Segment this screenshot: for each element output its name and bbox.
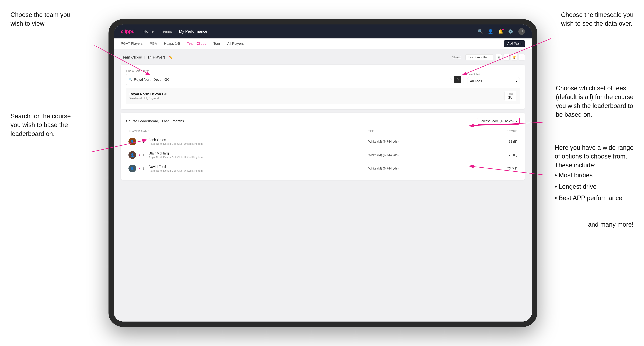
heart-icon[interactable]: ♥ — [138, 167, 140, 170]
subnav-tour[interactable]: Tour — [213, 41, 220, 46]
score-chevron-icon: ▾ — [516, 120, 517, 123]
list-view-button[interactable]: ≡ — [503, 54, 510, 60]
search-card: Find a Golf Course 🔍 ✕ ☆ Select Tee Al — [121, 65, 525, 109]
user-icon[interactable]: 👤 — [488, 29, 493, 34]
bullet-birdies: Most birdies — [555, 170, 634, 181]
player-club: Royal North Devon Golf Club, United King… — [149, 156, 203, 159]
table-row: 👤 ♥ 1 Blair McHarg Royal North Devon Gol… — [126, 148, 520, 162]
table-row: 👤 ♥ 3 David Ford Royal North Devon Golf … — [126, 162, 520, 175]
grid-view-button[interactable]: ⊞ — [496, 54, 502, 60]
player-score: 72 (E) — [472, 135, 520, 148]
team-title: Team Clippd | 14 Players — [121, 55, 167, 59]
player-name: Josh Coles — [149, 138, 203, 142]
show-select[interactable]: Last 3 months — [466, 54, 493, 60]
subnav-all-players[interactable]: All Players — [227, 41, 244, 46]
col-player: PLAYER NAME — [126, 128, 366, 135]
navbar-right: 🔍 👤 🔔 ⚙️ U — [478, 28, 525, 35]
holes-label: Holes — [508, 92, 513, 95]
subnav-hcaps[interactable]: Hcaps 1-5 — [164, 41, 180, 46]
show-label: Show: — [452, 56, 461, 59]
annotation-top-right: Choose the timescale youwish to see the … — [561, 10, 634, 28]
course-name: Royal North Devon GC — [130, 92, 167, 96]
course-info: Royal North Devon GC Westward Ho!, Engla… — [130, 92, 167, 100]
player-rank: 3 — [143, 167, 146, 170]
player-rank: 1 — [143, 140, 146, 144]
player-rank: 1 — [143, 153, 146, 157]
player-club: Royal North Devon Golf Club, United King… — [149, 142, 203, 145]
subnav-pga[interactable]: PGA — [150, 41, 157, 46]
player-name: Blair McHarg — [149, 151, 203, 155]
nav-teams[interactable]: Teams — [161, 28, 172, 34]
col-tee: TEE — [366, 128, 473, 135]
heart-icon[interactable]: ♥ — [138, 140, 140, 143]
team-header: Team Clippd | 14 Players ✏️ Show: Last 3… — [121, 54, 525, 60]
user-avatar[interactable]: U — [518, 28, 525, 35]
tee-field: Select Tee All Tees White (M) Yellow (M)… — [467, 73, 520, 85]
heart-icon[interactable]: ♥ — [138, 154, 140, 157]
course-field-label: Find a Golf Course — [126, 70, 464, 73]
tee-field-label: Select Tee — [467, 73, 520, 76]
leaderboard-title: Course Leaderboard, Last 3 months — [126, 119, 184, 123]
add-team-button[interactable]: Add Team — [504, 40, 525, 47]
edit-icon[interactable]: ✏️ — [169, 56, 173, 59]
leaderboard-header: Course Leaderboard, Last 3 months Lowest… — [126, 118, 520, 125]
player-tee: White (M) (6,744 yds) — [366, 135, 473, 148]
search-clear-icon[interactable]: ✕ — [450, 78, 452, 81]
search-input[interactable] — [134, 78, 448, 82]
player-avatar: 👤 — [128, 165, 136, 172]
search-star-button[interactable]: ☆ — [454, 76, 461, 83]
options-list: Most birdies Longest drive Best APP perf… — [555, 170, 634, 204]
tee-select-wrap: All Tees White (M) Yellow (M) Red (W) ▾ — [467, 77, 520, 85]
annotation-top-left: Choose the team youwish to view. — [10, 10, 70, 28]
leaderboard-table: PLAYER NAME TEE SCORE 👤 ♥ 1 Josh Coles R… — [126, 128, 520, 175]
player-tee: White (M) (6,744 yds) — [366, 162, 473, 175]
score-type-select-wrap: Lowest Score (18 holes) Most Birdies Lon… — [477, 118, 520, 125]
player-name: David Ford — [149, 165, 203, 169]
subnav-team-clippd[interactable]: Team Clippd — [187, 41, 206, 46]
tee-chevron-icon: ▾ — [516, 79, 517, 83]
subnav: PGAT Players PGA Hcaps 1-5 Team Clippd T… — [114, 38, 532, 49]
navbar: clippd Home Teams My Performance 🔍 👤 🔔 ⚙… — [114, 24, 532, 38]
search-row: Find a Golf Course 🔍 ✕ ☆ Select Tee Al — [126, 70, 520, 85]
notification-wrap: 🔔 — [498, 29, 503, 34]
course-search-field: Find a Golf Course 🔍 ✕ ☆ — [126, 70, 464, 85]
holes-badge: Holes 18 — [504, 91, 516, 101]
score-type-select[interactable]: Lowest Score (18 holes) Most Birdies Lon… — [480, 119, 514, 123]
annotation-bottom-right: Here you have a wide rangeof options to … — [555, 143, 634, 204]
player-club: Royal North Devon Golf Club, United King… — [149, 169, 203, 172]
search-icon[interactable]: 🔍 — [478, 29, 483, 34]
subnav-right: Add Team — [504, 40, 525, 47]
annotation-more: and many more! — [588, 220, 634, 229]
course-location: Westward Ho!, England — [130, 97, 167, 100]
nav-home[interactable]: Home — [143, 28, 154, 34]
search-input-wrap: 🔍 ✕ ☆ — [126, 74, 464, 85]
player-tee: White (M) (6,744 yds) — [366, 148, 473, 162]
main-content: Team Clippd | 14 Players ✏️ Show: Last 3… — [114, 49, 532, 322]
team-title-group: Team Clippd | 14 Players ✏️ — [121, 55, 173, 60]
annotation-middle-right: Choose which set of tees(default is all)… — [556, 84, 634, 119]
course-result: Royal North Devon GC Westward Ho!, Engla… — [126, 88, 520, 104]
settings-icon[interactable]: ⚙️ — [508, 29, 514, 34]
col-score: SCORE — [472, 128, 520, 135]
show-controls: Show: Last 3 months ⊞ ≡ 🏆 ⬇ — [452, 54, 525, 60]
brand-logo: clippd — [121, 29, 134, 34]
download-icon[interactable]: ⬇ — [519, 54, 525, 60]
player-score: 72 (E) — [472, 148, 520, 162]
view-icons: ⊞ ≡ 🏆 ⬇ — [496, 54, 525, 60]
tee-select[interactable]: All Tees White (M) Yellow (M) Red (W) — [470, 79, 514, 83]
player-avatar: 👤 — [128, 138, 136, 145]
tablet-screen: clippd Home Teams My Performance 🔍 👤 🔔 ⚙… — [114, 24, 532, 322]
nav-my-performance[interactable]: My Performance — [179, 28, 207, 34]
trophy-icon[interactable]: 🏆 — [511, 54, 517, 60]
player-avatar: 👤 — [128, 151, 136, 159]
tablet-device: clippd Home Teams My Performance 🔍 👤 🔔 ⚙… — [108, 19, 537, 327]
annotation-bottom-left: Search for the courseyou wish to base th… — [10, 112, 71, 138]
search-magnifier-icon: 🔍 — [128, 78, 132, 81]
leaderboard-card: Course Leaderboard, Last 3 months Lowest… — [121, 113, 525, 180]
navbar-links: Home Teams My Performance — [143, 28, 478, 34]
subnav-pgat[interactable]: PGAT Players — [121, 41, 142, 46]
notification-dot — [502, 28, 504, 31]
bullet-drive: Longest drive — [555, 181, 634, 192]
bullet-app: Best APP performance — [555, 192, 634, 204]
table-row: 👤 ♥ 1 Josh Coles Royal North Devon Golf … — [126, 135, 520, 148]
